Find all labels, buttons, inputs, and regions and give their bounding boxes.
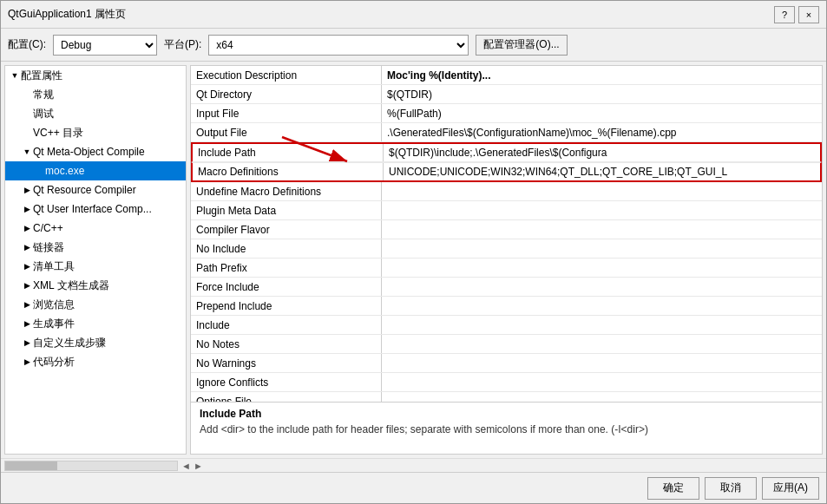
- config-label: 配置(C):: [8, 37, 46, 52]
- prop-name: Macro Definitions: [193, 163, 384, 180]
- bottom-bar: 确定 取消 应用(A): [1, 472, 826, 503]
- expand-icon: ▶: [21, 336, 33, 350]
- props-table-wrapper: Execution DescriptionMoc'ing %(Identity)…: [191, 66, 822, 402]
- tree-item-code-analysis[interactable]: ▶代码分析: [5, 352, 186, 371]
- config-select[interactable]: Debug: [53, 35, 157, 56]
- right-panel: Execution DescriptionMoc'ing %(Identity)…: [190, 65, 823, 455]
- window-title: QtGuiApplication1 属性页: [8, 7, 126, 22]
- prop-value: [382, 182, 822, 200]
- prop-value: [382, 259, 822, 277]
- expand-icon: ▶: [21, 317, 33, 331]
- main-content: ▼配置属性常规调试VC++ 目录▼Qt Meta-Object Compilem…: [1, 62, 826, 458]
- props-table: Execution DescriptionMoc'ing %(Identity)…: [191, 66, 822, 402]
- tree-item-label: Qt User Interface Comp...: [33, 203, 182, 215]
- table-row[interactable]: Input File%(FullPath): [191, 104, 822, 123]
- table-row[interactable]: Macro DefinitionsUNICODE;UNICODE;WIN32;W…: [191, 162, 822, 182]
- toolbar: 配置(C): Debug 平台(P): x64 配置管理器(O)...: [1, 29, 826, 62]
- prop-value: Moc'ing %(Identity)...: [382, 66, 822, 84]
- table-row[interactable]: Path Prefix: [191, 259, 822, 278]
- tree-item-linker[interactable]: ▶链接器: [5, 238, 186, 257]
- prop-name: No Warnings: [191, 354, 382, 372]
- tree-item-label: C/C++: [33, 222, 182, 234]
- expand-icon: ▶: [21, 298, 33, 311]
- tree-item-label: 链接器: [33, 240, 182, 255]
- tree-item-label: Qt Resource Compiler: [33, 184, 182, 196]
- platform-select[interactable]: x64: [208, 35, 469, 56]
- h-scrollbar[interactable]: [4, 461, 178, 471]
- expand-icon: [33, 164, 45, 178]
- prop-value: [382, 220, 822, 239]
- table-row[interactable]: Force Include: [191, 278, 822, 297]
- prop-value: [382, 354, 822, 372]
- prop-value: [382, 239, 822, 258]
- tree-item-qt-meta-compile[interactable]: ▼Qt Meta-Object Compile: [5, 142, 186, 161]
- prop-value: [382, 278, 822, 296]
- bottom-scroll-area: ◄ ►: [1, 458, 826, 472]
- table-row[interactable]: Qt Directory$(QTDIR): [191, 85, 822, 104]
- table-row[interactable]: No Warnings: [191, 354, 822, 373]
- expand-icon: ▼: [9, 69, 21, 82]
- prop-name: No Include: [191, 239, 382, 258]
- tree-item-debug[interactable]: 调试: [5, 104, 186, 123]
- prop-value: .\GeneratedFiles\$(ConfigurationName)\mo…: [382, 123, 822, 141]
- tree-item-label: 常规: [33, 88, 182, 102]
- prop-name: Force Include: [191, 278, 382, 296]
- title-bar: QtGuiApplication1 属性页 ? ×: [1, 1, 826, 29]
- prop-name: Include: [191, 316, 382, 334]
- desc-title: Include Path: [200, 408, 813, 420]
- prop-value: [382, 392, 822, 402]
- tree-item-cpp[interactable]: ▶C/C++: [5, 219, 186, 238]
- prop-name: Path Prefix: [191, 259, 382, 277]
- table-row[interactable]: Ignore Conflicts: [191, 373, 822, 392]
- tree-item-common[interactable]: 常规: [5, 85, 186, 104]
- expand-icon: ▶: [21, 259, 33, 273]
- table-row[interactable]: No Include: [191, 239, 822, 259]
- tree-item-label: 调试: [33, 107, 182, 121]
- tree-item-vc-dirs[interactable]: VC++ 目录: [5, 123, 186, 142]
- tree-item-build-events[interactable]: ▶生成事件: [5, 314, 186, 333]
- expand-icon: ▶: [21, 278, 33, 292]
- tree-item-browse-info[interactable]: ▶浏览信息: [5, 295, 186, 314]
- table-row[interactable]: Include: [191, 316, 822, 335]
- tree-item-label: 代码分析: [33, 355, 182, 370]
- prop-value: %(FullPath): [382, 104, 822, 122]
- help-button[interactable]: ?: [774, 6, 795, 23]
- manage-config-button[interactable]: 配置管理器(O)...: [476, 35, 567, 56]
- prop-value: [382, 373, 822, 391]
- table-row[interactable]: Undefine Macro Definitions: [191, 182, 822, 201]
- prop-name: Input File: [191, 104, 382, 122]
- tree-item-xml-gen[interactable]: ▶XML 文档生成器: [5, 276, 186, 295]
- scroll-arrows: ◄ ►: [181, 461, 203, 471]
- apply-button[interactable]: 应用(A): [762, 477, 819, 500]
- prop-name: Qt Directory: [191, 85, 382, 103]
- expand-icon: ▶: [21, 221, 33, 235]
- expand-icon: ▶: [21, 355, 33, 369]
- tree-item-qt-ui[interactable]: ▶Qt User Interface Comp...: [5, 200, 186, 219]
- prop-name: Undefine Macro Definitions: [191, 182, 382, 200]
- table-row[interactable]: Include Path$(QTDIR)\include;.\Generated…: [191, 142, 822, 162]
- table-row[interactable]: Plugin Meta Data: [191, 201, 822, 220]
- expand-icon: ▶: [21, 183, 33, 197]
- tree-item-moc-exe[interactable]: moc.exe: [5, 161, 186, 180]
- tree-item-custom-steps[interactable]: ▶自定义生成步骤: [5, 333, 186, 352]
- prop-name: Execution Description: [191, 66, 382, 84]
- title-bar-buttons: ? ×: [774, 6, 819, 23]
- tree-item-config-props[interactable]: ▼配置属性: [5, 66, 186, 85]
- tree-item-label: XML 文档生成器: [33, 278, 182, 293]
- table-row[interactable]: Compiler Flavor: [191, 220, 822, 239]
- tree-item-qt-resource[interactable]: ▶Qt Resource Compiler: [5, 180, 186, 200]
- tree-item-list-tool[interactable]: ▶清单工具: [5, 257, 186, 276]
- cancel-button[interactable]: 取消: [705, 477, 757, 500]
- table-row[interactable]: No Notes: [191, 335, 822, 354]
- tree-item-label: 自定义生成步骤: [33, 336, 182, 350]
- prop-name: Options File: [191, 392, 382, 402]
- table-row[interactable]: Prepend Include: [191, 297, 822, 316]
- table-row[interactable]: Options File: [191, 392, 822, 402]
- ok-button[interactable]: 确定: [647, 477, 699, 500]
- table-row[interactable]: Execution DescriptionMoc'ing %(Identity)…: [191, 66, 822, 85]
- close-button[interactable]: ×: [798, 6, 819, 23]
- prop-value: [382, 297, 822, 315]
- table-row[interactable]: Output File.\GeneratedFiles\$(Configurat…: [191, 123, 822, 142]
- main-window: QtGuiApplication1 属性页 ? × 配置(C): Debug 平…: [0, 0, 827, 504]
- prop-value: [382, 201, 822, 219]
